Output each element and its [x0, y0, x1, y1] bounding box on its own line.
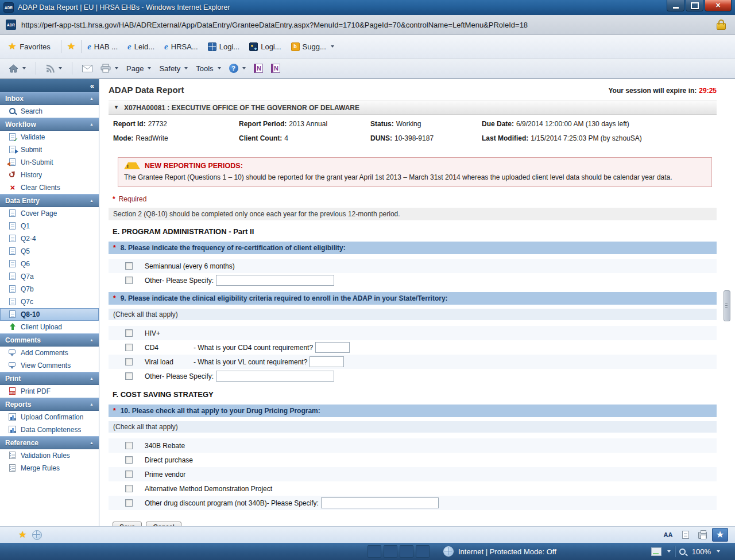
ssl-lock-icon[interactable]: [717, 23, 726, 30]
favorite-item-hrsa[interactable]: e HRSA...: [164, 42, 198, 51]
q10-340b-rebate-checkbox[interactable]: [125, 442, 133, 449]
history-icon: [9, 171, 17, 179]
sidebar-item-merge-rules[interactable]: Merge Rules: [0, 462, 99, 475]
minimize-button[interactable]: [667, 0, 684, 11]
sidebar-item-q2-4[interactable]: Q2-4: [0, 232, 99, 245]
help-menu[interactable]: ?: [225, 61, 250, 75]
q9-cd4-checkbox[interactable]: [125, 344, 133, 351]
sidebar-section-comments[interactable]: Comments: [0, 333, 99, 347]
q10-other-input[interactable]: [321, 497, 439, 508]
sidebar-section-inbox[interactable]: Inbox: [0, 92, 99, 105]
printer-icon: [100, 64, 111, 73]
reading-view-button[interactable]: [678, 528, 693, 542]
sidebar-item-q8-10[interactable]: Q8-10: [0, 308, 99, 321]
sidebar-item-label: Validation Rules: [21, 452, 70, 460]
sidebar-item-add-comments[interactable]: Add Comments: [0, 347, 99, 359]
onenote-send-button[interactable]: N: [250, 61, 267, 75]
close-button[interactable]: ×: [705, 0, 732, 11]
q9-other-checkbox[interactable]: [125, 372, 133, 380]
save-button[interactable]: Save: [113, 522, 142, 526]
favorite-item-suggested-sites[interactable]: b Sugg...: [291, 42, 334, 51]
q8-semiannual-checkbox[interactable]: [125, 262, 133, 270]
section-title: Reports: [5, 400, 31, 409]
page-menu[interactable]: Page: [122, 62, 155, 75]
sidebar-item-q7a[interactable]: Q7a: [0, 270, 99, 283]
sidebar-item-submit[interactable]: Submit: [0, 143, 99, 156]
sidebar-item-q5[interactable]: Q5: [0, 245, 99, 258]
security-zone[interactable]: Internet | Protected Mode: Off: [443, 543, 556, 560]
sidebar-collapse-button[interactable]: «: [0, 79, 99, 92]
suggested-sites-icon: b: [291, 42, 300, 51]
q9-hiv-checkbox[interactable]: [125, 329, 133, 337]
sidebar-item-clear-clients[interactable]: Clear Clients: [0, 181, 99, 194]
q10-option-direct-purchase-row: Direct purchase: [109, 453, 717, 467]
sidebar-item-client-upload[interactable]: Client Upload: [0, 321, 99, 333]
favorites-star-icon[interactable]: [8, 42, 16, 51]
favorite-item-hab[interactable]: e HAB ...: [87, 42, 118, 51]
sidebar-item-print-pdf[interactable]: Print PDF: [0, 385, 99, 398]
print-button[interactable]: [96, 61, 122, 75]
sidebar-section-reference[interactable]: Reference: [0, 436, 99, 449]
chevron-down-icon[interactable]: [667, 550, 671, 553]
sidebar-item-upload-confirmation[interactable]: Upload Confirmation: [0, 411, 99, 423]
sidebar-item-un-submit[interactable]: Un-Submit: [0, 156, 99, 169]
vertical-scrollbar-thumb[interactable]: [724, 290, 730, 321]
sidebar-item-view-comments[interactable]: View Comments: [0, 359, 99, 372]
favorite-item-login-2[interactable]: Logi...: [249, 42, 281, 51]
quick-print-button[interactable]: [695, 528, 710, 542]
favorites-label[interactable]: Favorites: [20, 42, 50, 51]
safety-menu[interactable]: Safety: [155, 62, 192, 75]
q10-alternative-method-checkbox[interactable]: [125, 485, 133, 492]
q9-option-hiv-row: HIV+: [109, 326, 717, 340]
q8-other-checkbox[interactable]: [125, 277, 133, 284]
sidebar-item-q7c[interactable]: Q7c: [0, 295, 99, 308]
cancel-button[interactable]: Cancel: [146, 522, 181, 526]
sidebar-item-q6[interactable]: Q6: [0, 258, 99, 270]
cd4-requirement-input[interactable]: [315, 342, 350, 353]
sidebar-item-label: Data Completeness: [21, 426, 81, 434]
sidebar-item-q1[interactable]: Q1: [0, 220, 99, 232]
q10-direct-purchase-checkbox[interactable]: [125, 456, 133, 464]
zoom-level[interactable]: 100%: [692, 547, 711, 556]
favorite-item-leid[interactable]: e Leid...: [127, 42, 154, 51]
favorite-item-login-1[interactable]: Logi...: [208, 42, 239, 51]
sidebar-item-search[interactable]: Search: [0, 105, 99, 118]
sidebar-item-label: Cover Page: [21, 209, 57, 217]
chevron-down-icon[interactable]: [717, 550, 720, 553]
sidebar-section-print[interactable]: Print: [0, 372, 99, 385]
q8-other-input[interactable]: [216, 275, 334, 286]
sidebar-section-data-entry[interactable]: Data Entry: [0, 194, 99, 207]
q10-prime-vendor-checkbox[interactable]: [125, 470, 133, 478]
sidebar-item-validation-rules[interactable]: Validation Rules: [0, 449, 99, 462]
read-mail-button[interactable]: [78, 63, 96, 75]
compatibility-view-icon[interactable]: [651, 547, 662, 556]
zone-globe-icon[interactable]: [32, 530, 42, 540]
sidebar-item-cover-page[interactable]: Cover Page: [0, 207, 99, 220]
q9-other-input[interactable]: [216, 371, 334, 382]
q10-other-checkbox[interactable]: [125, 499, 133, 507]
vl-requirement-input[interactable]: [310, 356, 344, 367]
grant-header-bar[interactable]: X07HA00081 : EXECUTIVE OFFICE OF THE GOV…: [109, 100, 717, 115]
sidebar-item-history[interactable]: History: [0, 169, 99, 181]
sidebar-item-data-completeness[interactable]: Data Completeness: [0, 423, 99, 436]
sidebar-item-q7b[interactable]: Q7b: [0, 283, 99, 295]
sidebar-section-workflow[interactable]: Workflow: [0, 118, 99, 131]
sidebar-section-reports[interactable]: Reports: [0, 398, 99, 411]
home-button[interactable]: [5, 62, 30, 75]
onenote-linked-notes-button[interactable]: N: [267, 61, 284, 75]
font-size-button[interactable]: AA: [660, 528, 676, 542]
ehb-grid-icon: [208, 42, 216, 51]
sidebar-item-validate[interactable]: Validate: [0, 131, 99, 143]
q10-option-prime-vendor-row: Prime vendor: [109, 467, 717, 481]
sidebar-item-label: Upload Confirmation: [21, 413, 83, 421]
q9-viral-load-checkbox[interactable]: [125, 358, 133, 365]
info-value: 2013 Annual: [289, 120, 327, 128]
add-favorite-icon[interactable]: [67, 42, 75, 51]
favorites-center-button[interactable]: [712, 528, 728, 542]
option-label: HIV+: [145, 329, 160, 337]
maximize-button[interactable]: [686, 0, 703, 11]
tools-menu[interactable]: Tools: [192, 62, 225, 75]
feeds-button[interactable]: [42, 62, 66, 75]
favorites-star-icon[interactable]: [18, 530, 26, 539]
url-field[interactable]: https://perf-app-tst1.hrsa.gov/HAB/ADREx…: [21, 21, 528, 29]
